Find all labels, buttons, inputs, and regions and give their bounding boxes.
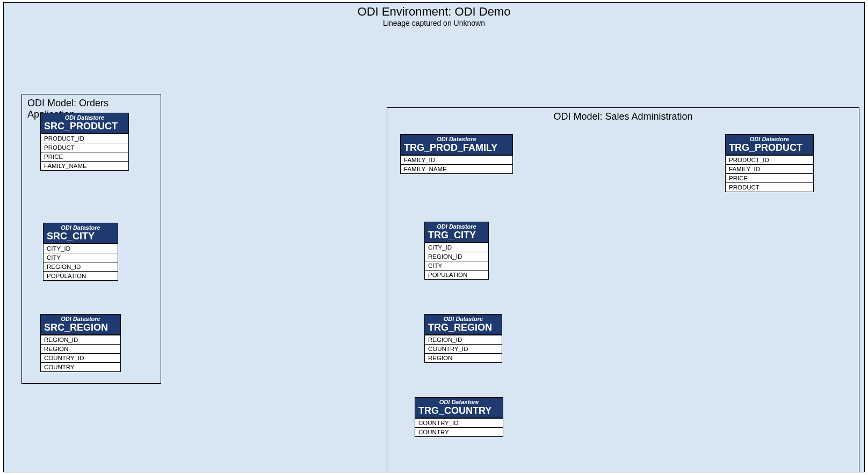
- column-family_name[interactable]: FAMILY_NAME: [41, 161, 128, 170]
- datastore-header: ODI DatastoreSRC_REGION: [41, 315, 120, 335]
- datastore-name: TRG_PRODUCT: [729, 142, 810, 154]
- column-city_id[interactable]: CITY_ID: [425, 243, 488, 252]
- column-population[interactable]: POPULATION: [44, 271, 118, 280]
- datastore-type-label: ODI Datastore: [44, 316, 117, 322]
- column-city[interactable]: CITY: [425, 261, 488, 270]
- env-subtitle: Lineage captured on Unknown: [4, 19, 864, 31]
- datastore-trg-region[interactable]: ODI DatastoreTRG_REGIONREGION_IDCOUNTRY_…: [424, 314, 502, 363]
- column-region[interactable]: REGION: [41, 344, 120, 353]
- datastore-header: ODI DatastoreSRC_CITY: [44, 223, 118, 244]
- datastore-header: ODI DatastoreTRG_COUNTRY: [415, 398, 503, 418]
- datastore-src-region[interactable]: ODI DatastoreSRC_REGIONREGION_IDREGIONCO…: [40, 314, 121, 372]
- datastore-header: ODI DatastoreTRG_CITY: [425, 222, 488, 243]
- column-family_id[interactable]: FAMILY_ID: [401, 155, 512, 164]
- column-country[interactable]: COUNTRY: [41, 362, 120, 371]
- datastore-trg-city[interactable]: ODI DatastoreTRG_CITYCITY_IDREGION_IDCIT…: [424, 222, 489, 280]
- datastore-name: SRC_CITY: [47, 231, 114, 242]
- datastore-name: TRG_PROD_FAMILY: [404, 142, 509, 154]
- column-region_id[interactable]: REGION_ID: [41, 335, 120, 344]
- datastore-src-city[interactable]: ODI DatastoreSRC_CITYCITY_IDCITYREGION_I…: [43, 223, 118, 281]
- datastore-header: ODI DatastoreTRG_REGION: [425, 315, 502, 335]
- column-region_id[interactable]: REGION_ID: [425, 335, 502, 344]
- model-sales-title: ODI Model: Sales Administration: [387, 108, 859, 126]
- column-country_id[interactable]: COUNTRY_ID: [425, 344, 502, 353]
- datastore-type-label: ODI Datastore: [418, 399, 500, 405]
- column-city[interactable]: CITY: [44, 253, 118, 262]
- column-country_id[interactable]: COUNTRY_ID: [41, 353, 120, 362]
- datastore-type-label: ODI Datastore: [729, 136, 810, 142]
- env-title: ODI Environment: ODI Demo: [4, 3, 864, 19]
- datastore-header: ODI DatastoreTRG_PROD_FAMILY: [401, 135, 512, 155]
- datastore-type-label: ODI Datastore: [44, 114, 125, 121]
- column-product_id[interactable]: PRODUCT_ID: [41, 134, 128, 143]
- datastore-type-label: ODI Datastore: [428, 223, 485, 230]
- column-country_id[interactable]: COUNTRY_ID: [415, 418, 503, 427]
- datastore-header: ODI DatastoreTRG_PRODUCT: [726, 135, 813, 155]
- datastore-name: TRG_CITY: [428, 230, 485, 241]
- datastore-src-product[interactable]: ODI DatastoreSRC_PRODUCTPRODUCT_IDPRODUC…: [40, 113, 129, 171]
- column-region_id[interactable]: REGION_ID: [44, 262, 118, 271]
- column-country[interactable]: COUNTRY: [415, 427, 503, 436]
- column-family_name[interactable]: FAMILY_NAME: [401, 164, 512, 173]
- column-family_id[interactable]: FAMILY_ID: [726, 164, 813, 173]
- column-product[interactable]: PRODUCT: [41, 143, 128, 152]
- column-price[interactable]: PRICE: [726, 173, 813, 182]
- column-region_id[interactable]: REGION_ID: [425, 252, 488, 261]
- column-product[interactable]: PRODUCT: [726, 182, 813, 192]
- datastore-name: SRC_REGION: [44, 322, 117, 333]
- datastore-name: TRG_REGION: [428, 322, 498, 333]
- datastore-type-label: ODI Datastore: [404, 136, 509, 142]
- datastore-trg-country[interactable]: ODI DatastoreTRG_COUNTRYCOUNTRY_IDCOUNTR…: [415, 397, 503, 437]
- column-product_id[interactable]: PRODUCT_ID: [726, 155, 813, 164]
- datastore-type-label: ODI Datastore: [428, 316, 498, 322]
- column-population[interactable]: POPULATION: [425, 270, 488, 279]
- datastore-trg-product[interactable]: ODI DatastoreTRG_PRODUCTPRODUCT_IDFAMILY…: [725, 134, 814, 192]
- datastore-trg-prod-family[interactable]: ODI DatastoreTRG_PROD_FAMILYFAMILY_IDFAM…: [400, 134, 513, 174]
- datastore-type-label: ODI Datastore: [47, 224, 114, 231]
- datastore-header: ODI DatastoreSRC_PRODUCT: [41, 113, 128, 134]
- column-region[interactable]: REGION: [425, 353, 502, 362]
- diagram-stage: ODI Environment: ODI Demo Lineage captur…: [0, 0, 868, 475]
- datastore-name: TRG_COUNTRY: [418, 405, 500, 416]
- datastore-name: SRC_PRODUCT: [44, 121, 125, 132]
- column-price[interactable]: PRICE: [41, 152, 128, 161]
- column-city_id[interactable]: CITY_ID: [44, 244, 118, 253]
